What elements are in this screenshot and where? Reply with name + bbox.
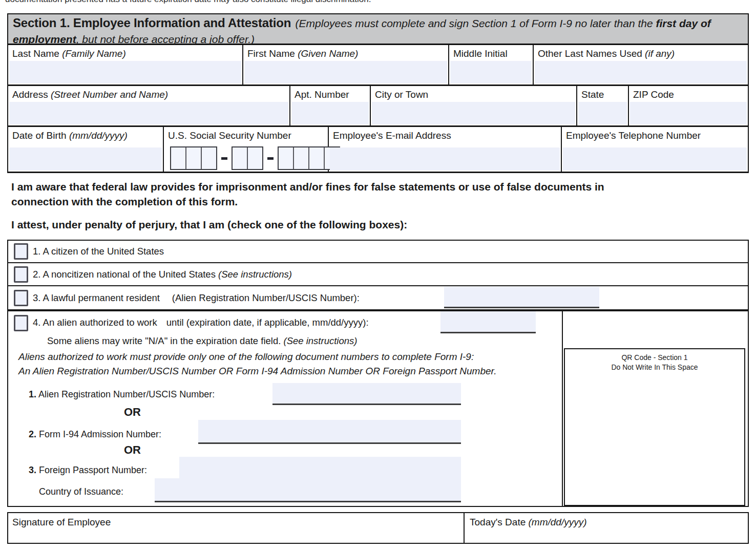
name-row: Last Name (Family Name) First Name (Give…: [7, 45, 749, 86]
perjury-warning: I am aware that federal law provides for…: [11, 179, 728, 209]
option-noncitizen-national-label: 2. A noncitizen national of the United S…: [33, 269, 292, 280]
state-input[interactable]: [578, 102, 627, 124]
citizenship-status-box: 1. A citizen of the United States 2. A n…: [7, 240, 749, 310]
alien-authorized-box: 4. An alien authorized to workuntil (exp…: [7, 310, 749, 507]
todays-date-label: Today's Date: [470, 517, 526, 527]
alien-reg-number-label: 1. Alien Registration Number/USCIS Numbe…: [29, 389, 215, 400]
checkbox-permanent-resident[interactable]: [14, 290, 28, 306]
first-name-input[interactable]: [244, 61, 447, 83]
field-ssn: U.S. Social Security Number: [164, 127, 329, 172]
or-separator-1: OR: [124, 406, 141, 419]
option-citizen-row: 1. A citizen of the United States: [8, 241, 748, 263]
checkbox-citizen[interactable]: [14, 243, 28, 260]
alien-reg-number-input[interactable]: [272, 383, 461, 405]
option-citizen-label: 1. A citizen of the United States: [33, 246, 164, 257]
field-middle-initial: Middle Initial: [449, 45, 534, 84]
todays-date-cell[interactable]: Today's Date (mm/dd/yyyy): [465, 513, 748, 543]
field-zip: ZIP Code: [629, 86, 748, 125]
ssn-dash: [267, 157, 274, 160]
vertical-divider: [562, 311, 563, 506]
option-permanent-resident-label: 3. A lawful permanent resident(Alien Reg…: [33, 292, 360, 304]
i94-number-label: 2. Form I-94 Admission Number:: [29, 429, 161, 440]
i94-number-input[interactable]: [198, 420, 461, 444]
attest-instruction: I attest, under penalty of perjury, that…: [11, 217, 728, 232]
option-permanent-resident-row: 3. A lawful permanent resident(Alien Reg…: [8, 286, 748, 309]
form-i9-section1: documentation presented has a future exp…: [0, 0, 756, 551]
country-of-issuance-label: Country of Issuance:: [39, 486, 123, 497]
dob-ssn-row: Date of Birth (mm/dd/yyyy) U.S. Social S…: [7, 127, 749, 173]
city-input[interactable]: [372, 102, 575, 124]
ssn-dash: [221, 157, 227, 160]
address-row: Address (Street Number and Name) Apt. Nu…: [7, 86, 749, 127]
or-separator-2: OR: [124, 443, 141, 457]
option-noncitizen-national-row: 2. A noncitizen national of the United S…: [8, 263, 748, 286]
option-alien-authorized-label: 4. An alien authorized to workuntil (exp…: [33, 317, 369, 328]
alien-na-note: Some aliens may write "N/A" in the expir…: [47, 335, 357, 347]
checkbox-noncitizen-national[interactable]: [14, 266, 28, 283]
email-input[interactable]: [330, 147, 560, 171]
checkbox-alien-authorized[interactable]: [14, 315, 28, 331]
field-last-name: Last Name (Family Name): [8, 45, 243, 84]
foreign-passport-input[interactable]: [179, 457, 461, 481]
ssn-group-middle[interactable]: [232, 146, 263, 170]
field-city: City or Town: [371, 86, 577, 125]
signature-row: Signature of Employee Today's Date (mm/d…: [7, 512, 749, 544]
field-address: Address (Street Number and Name): [8, 86, 290, 125]
expiration-date-input[interactable]: [440, 311, 536, 333]
field-first-name: First Name (Given Name): [243, 45, 449, 84]
field-email: Employee's E-mail Address: [329, 127, 562, 172]
section1-title: Section 1. Employee Information and Atte…: [13, 16, 291, 30]
alien-docs-intro-line1: Aliens authorized to work must provide o…: [18, 351, 474, 363]
last-name-input[interactable]: [9, 61, 241, 83]
signature-of-employee-cell[interactable]: Signature of Employee: [8, 513, 465, 543]
foreign-passport-label: 3. Foreign Passport Number:: [29, 465, 147, 476]
signature-label: Signature of Employee: [12, 517, 111, 527]
ssn-group-area[interactable]: [170, 146, 217, 170]
country-of-issuance-input[interactable]: [155, 478, 461, 502]
field-apt-number: Apt. Number: [290, 86, 371, 125]
zip-input[interactable]: [630, 102, 747, 124]
other-last-names-input[interactable]: [535, 61, 747, 83]
alien-docs-intro-line2: An Alien Registration Number/USCIS Numbe…: [18, 366, 496, 377]
field-other-last-names: Other Last Names Used (if any): [534, 45, 748, 84]
date-of-birth-input[interactable]: [9, 147, 162, 171]
apt-number-input[interactable]: [291, 102, 369, 124]
employee-info-grid: Last Name (Family Name) First Name (Give…: [7, 45, 749, 173]
ssn-boxes: [170, 146, 340, 170]
qr-code-placeholder: QR Code - Section 1 Do Not Write In This…: [564, 348, 745, 506]
phone-input[interactable]: [563, 147, 747, 171]
clipped-instruction-text: documentation presented has a future exp…: [5, 0, 732, 5]
address-input[interactable]: [9, 102, 288, 124]
section1-header: Section 1. Employee Information and Atte…: [7, 13, 749, 45]
middle-initial-input[interactable]: [450, 61, 532, 83]
field-date-of-birth: Date of Birth (mm/dd/yyyy): [8, 127, 164, 172]
field-phone: Employee's Telephone Number: [562, 127, 748, 172]
field-state: State: [577, 86, 629, 125]
uscis-number-input[interactable]: [444, 287, 599, 308]
